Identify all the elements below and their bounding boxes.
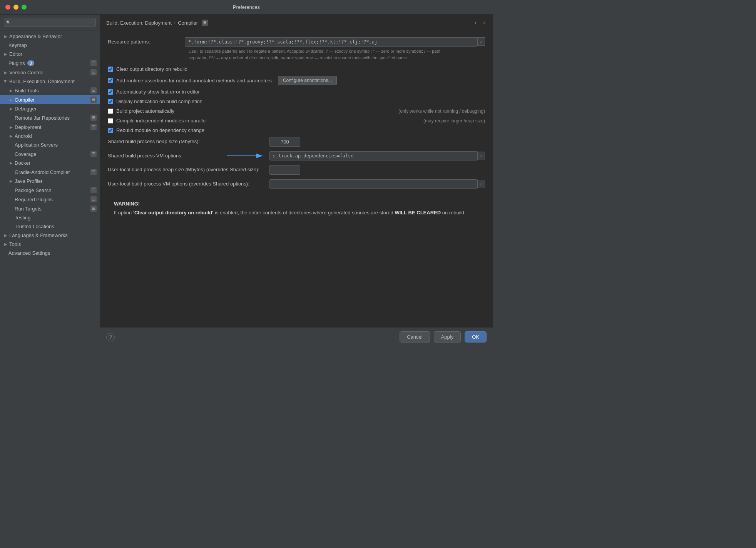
required-plugins-icon: ☰ xyxy=(90,196,97,202)
vm-options-expand[interactable]: ⤢ xyxy=(477,152,485,160)
checkbox-rebuild-dependency-input[interactable] xyxy=(108,128,113,133)
checkbox-build-automatically-input[interactable] xyxy=(108,109,113,114)
window-title: Preferences xyxy=(233,4,260,10)
user-vm-label: User-local build process VM options (ove… xyxy=(108,179,269,187)
content-header: Build, Execution, Deployment › Compiler … xyxy=(100,15,493,31)
checkbox-display-notification-label: Display notification on build completion xyxy=(116,99,202,104)
checkbox-display-notification-input[interactable] xyxy=(108,99,113,104)
forward-button[interactable]: › xyxy=(482,18,487,27)
window-controls xyxy=(5,5,27,10)
vm-options-input[interactable] xyxy=(269,151,477,160)
arrow-icon: ▶ xyxy=(8,97,14,102)
checkbox-build-automatically-label: Build project automatically xyxy=(116,108,174,114)
sidebar-item-label: Version Control xyxy=(9,70,43,75)
checkbox-compile-independent-note: (may require larger heap size) xyxy=(416,118,485,124)
resource-patterns-row: Resource patterns: ⤢ xyxy=(108,37,485,47)
checkbox-show-first-error-input[interactable] xyxy=(108,89,113,95)
sidebar-item-android[interactable]: ▶ Android xyxy=(0,132,100,140)
sidebar-item-keymap[interactable]: Keymap xyxy=(0,41,100,50)
sidebar-item-label: Build Tools xyxy=(15,88,39,94)
compiler-icon: ☰ xyxy=(90,97,97,103)
vm-options-wrap: ⤢ xyxy=(269,151,485,160)
sidebar-item-java-profiler[interactable]: ▶ Java Profiler xyxy=(0,177,100,185)
checkbox-compile-independent-input[interactable] xyxy=(108,118,113,124)
sidebar-item-label: Advanced Settings xyxy=(8,250,50,256)
sidebar-item-app-servers[interactable]: Application Servers xyxy=(0,140,100,149)
user-heap-label: User-local build process heap size (Mbyt… xyxy=(108,165,269,172)
ok-button[interactable]: OK xyxy=(465,331,487,342)
sidebar-item-advanced[interactable]: Advanced Settings xyxy=(0,249,100,257)
content-panel: Build, Execution, Deployment › Compiler … xyxy=(100,15,493,346)
resource-hint: Use ; to separate patterns and ! to nega… xyxy=(185,48,454,61)
resource-patterns-input[interactable] xyxy=(185,37,477,47)
user-vm-row: User-local build process VM options (ove… xyxy=(108,179,485,189)
sidebar-item-gradle-android[interactable]: Gradle-Android Compiler ☰ xyxy=(0,167,100,177)
checkbox-display-notification: Display notification on build completion xyxy=(108,99,485,104)
apply-button[interactable]: Apply xyxy=(434,331,461,342)
sidebar-item-package-search[interactable]: Package Search ☰ xyxy=(0,185,100,195)
maximize-button[interactable] xyxy=(22,5,27,10)
user-vm-input[interactable] xyxy=(269,179,477,189)
heap-size-input[interactable] xyxy=(269,137,300,147)
header-nav: ‹ › xyxy=(473,18,487,27)
sidebar-item-label: Keymap xyxy=(8,42,27,48)
checkbox-runtime-assertions: Add runtime assertions for notnull-annot… xyxy=(108,76,485,85)
plugins-badge: 3 xyxy=(27,60,34,66)
sidebar-item-docker[interactable]: ▶ Docker xyxy=(0,159,100,167)
sidebar-item-label: Coverage xyxy=(15,151,36,157)
sidebar-item-testing[interactable]: Testing xyxy=(0,213,100,222)
sidebar-item-appearance[interactable]: ▶ Appearance & Behavior xyxy=(0,32,100,41)
sidebar-item-tools[interactable]: ▶ Tools xyxy=(0,240,100,249)
sidebar-item-label: Trusted Locations xyxy=(15,224,54,229)
cancel-button[interactable]: Cancel xyxy=(400,331,430,342)
sidebar-item-build-tools[interactable]: ▶ Build Tools ☰ xyxy=(0,86,100,95)
arrow-icon: ▶ xyxy=(3,34,8,39)
help-button[interactable]: ? xyxy=(106,333,115,341)
sidebar-item-editor[interactable]: ▶ Editor xyxy=(0,50,100,58)
arrow-icon: ▶ xyxy=(3,70,8,75)
checkbox-clear-output-label: Clear output directory on rebuild xyxy=(116,66,187,72)
back-button[interactable]: ‹ xyxy=(473,18,478,27)
sidebar-item-label: Java Profiler xyxy=(15,178,42,184)
sidebar-item-label: Deployment xyxy=(15,124,41,130)
close-button[interactable] xyxy=(5,5,10,10)
user-vm-expand[interactable]: ⤢ xyxy=(477,180,485,188)
sidebar-item-required-plugins[interactable]: Required Plugins ☰ xyxy=(0,195,100,204)
sidebar-item-compiler[interactable]: ▶ Compiler ☰ xyxy=(0,95,100,104)
sidebar-item-label: Editor xyxy=(9,51,22,57)
plugins-icon: ☰ xyxy=(90,60,97,66)
sidebar-item-label: Package Search xyxy=(15,187,51,193)
search-input[interactable] xyxy=(4,18,96,27)
sidebar-item-plugins[interactable]: Plugins 3 ☰ xyxy=(0,58,100,68)
sidebar-item-coverage[interactable]: Coverage ☰ xyxy=(0,149,100,159)
sidebar-item-label: Testing xyxy=(15,215,30,221)
sidebar-item-trusted-locations[interactable]: Trusted Locations xyxy=(0,222,100,231)
arrow-icon: ▶ xyxy=(8,160,14,166)
sidebar-item-label: Languages & Frameworks xyxy=(9,232,68,238)
user-heap-input[interactable] xyxy=(269,165,300,175)
sidebar-item-run-targets[interactable]: Run Targets ☰ xyxy=(0,204,100,213)
sidebar-item-debugger[interactable]: ▶ Debugger xyxy=(0,104,100,113)
sidebar-item-version-control[interactable]: ▶ Version Control ☰ xyxy=(0,68,100,77)
checkbox-compile-independent-label: Compile independent modules in parallel xyxy=(116,118,207,124)
sidebar-item-deployment[interactable]: ▶ Deployment ☰ xyxy=(0,122,100,132)
checkbox-build-automatically-note: (only works while not running / debuggin… xyxy=(391,109,485,114)
resource-patterns-expand[interactable]: ⤢ xyxy=(477,37,485,46)
configure-annotations-button[interactable]: Configure annotations... xyxy=(278,76,337,85)
user-heap-row: User-local build process heap size (Mbyt… xyxy=(108,165,485,175)
checkbox-show-first-error: Automatically show first error in editor xyxy=(108,89,485,95)
sidebar-item-label: Run Targets xyxy=(15,206,42,212)
sidebar-item-languages[interactable]: ▶ Languages & Frameworks xyxy=(0,231,100,240)
sidebar-item-label: Plugins xyxy=(8,60,25,66)
sidebar-item-label: Build, Execution, Deployment xyxy=(9,79,75,84)
minimize-button[interactable] xyxy=(13,5,18,10)
sidebar-item-build-execution[interactable]: ▶ Build, Execution, Deployment xyxy=(0,77,100,86)
checkbox-runtime-assertions-input[interactable] xyxy=(108,78,113,83)
search-bar xyxy=(0,15,100,30)
checkbox-clear-output-input[interactable] xyxy=(108,67,113,72)
arrow-icon: ▶ xyxy=(8,134,14,139)
sidebar-item-remote-jar[interactable]: Remote Jar Repositories ☰ xyxy=(0,113,100,122)
arrow-icon: ▶ xyxy=(8,179,14,184)
content-body: Resource patterns: ⤢ Use ; to separate p… xyxy=(100,31,493,327)
blue-arrow-annotation xyxy=(227,150,266,162)
